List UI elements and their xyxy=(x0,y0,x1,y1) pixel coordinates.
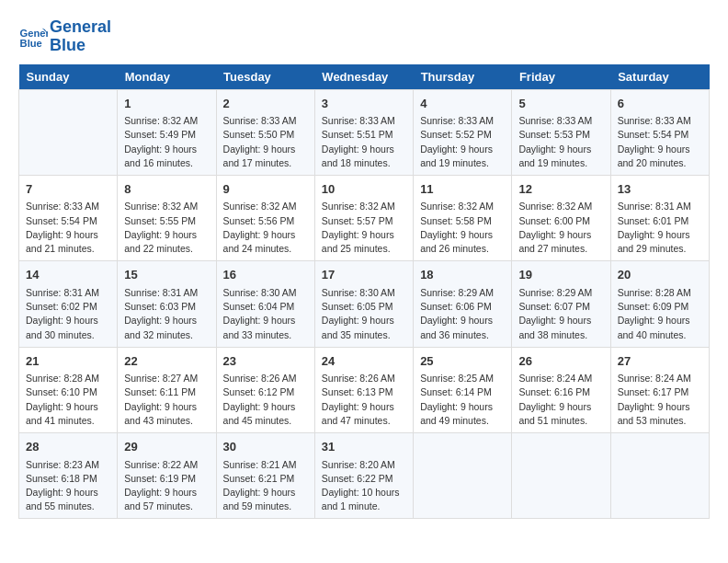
cell-content: Sunrise: 8:29 AM Sunset: 6:07 PM Dayligh… xyxy=(518,286,603,342)
calendar-cell: 4Sunrise: 8:33 AM Sunset: 5:52 PM Daylig… xyxy=(414,89,512,175)
cell-content: Sunrise: 8:29 AM Sunset: 6:06 PM Dayligh… xyxy=(420,286,505,342)
cell-content: Sunrise: 8:33 AM Sunset: 5:54 PM Dayligh… xyxy=(618,114,702,170)
calendar-cell: 18Sunrise: 8:29 AM Sunset: 6:06 PM Dayli… xyxy=(414,261,512,347)
calendar-cell: 24Sunrise: 8:26 AM Sunset: 6:13 PM Dayli… xyxy=(314,347,413,432)
day-number: 10 xyxy=(322,180,406,199)
calendar-cell: 2Sunrise: 8:33 AM Sunset: 5:50 PM Daylig… xyxy=(216,89,314,175)
cell-content: Sunrise: 8:22 AM Sunset: 6:19 PM Dayligh… xyxy=(124,458,209,514)
calendar-cell: 5Sunrise: 8:33 AM Sunset: 5:53 PM Daylig… xyxy=(512,89,610,175)
cell-content: Sunrise: 8:31 AM Sunset: 6:03 PM Dayligh… xyxy=(124,286,209,342)
day-number: 17 xyxy=(322,266,406,284)
cell-content: Sunrise: 8:33 AM Sunset: 5:52 PM Dayligh… xyxy=(420,114,505,170)
cell-content: Sunrise: 8:26 AM Sunset: 6:13 PM Dayligh… xyxy=(322,372,406,428)
calendar-cell: 19Sunrise: 8:29 AM Sunset: 6:07 PM Dayli… xyxy=(512,261,610,347)
cell-content: Sunrise: 8:28 AM Sunset: 6:10 PM Dayligh… xyxy=(26,372,110,428)
day-number: 29 xyxy=(124,438,209,456)
day-number: 21 xyxy=(26,352,110,371)
day-number: 2 xyxy=(223,95,308,113)
calendar-cell xyxy=(610,433,709,519)
header-cell-tuesday: Tuesday xyxy=(216,64,314,90)
day-number: 15 xyxy=(124,266,209,284)
cell-content: Sunrise: 8:30 AM Sunset: 6:04 PM Dayligh… xyxy=(223,286,308,342)
header-cell-monday: Monday xyxy=(118,64,216,90)
calendar-cell: 22Sunrise: 8:27 AM Sunset: 6:11 PM Dayli… xyxy=(118,347,216,432)
cell-content: Sunrise: 8:33 AM Sunset: 5:51 PM Dayligh… xyxy=(322,114,406,170)
calendar-cell: 20Sunrise: 8:28 AM Sunset: 6:09 PM Dayli… xyxy=(610,261,709,347)
cell-content: Sunrise: 8:23 AM Sunset: 6:18 PM Dayligh… xyxy=(26,458,110,514)
calendar-cell: 15Sunrise: 8:31 AM Sunset: 6:03 PM Dayli… xyxy=(118,261,216,347)
day-number: 22 xyxy=(124,352,209,371)
cell-content: Sunrise: 8:20 AM Sunset: 6:22 PM Dayligh… xyxy=(322,458,406,514)
calendar-cell: 29Sunrise: 8:22 AM Sunset: 6:19 PM Dayli… xyxy=(118,433,216,519)
day-number: 20 xyxy=(618,266,702,284)
header-row: SundayMondayTuesdayWednesdayThursdayFrid… xyxy=(19,64,710,90)
calendar-cell: 8Sunrise: 8:32 AM Sunset: 5:55 PM Daylig… xyxy=(118,175,216,260)
cell-content: Sunrise: 8:31 AM Sunset: 6:02 PM Dayligh… xyxy=(26,286,110,342)
day-number: 8 xyxy=(124,180,209,199)
cell-content: Sunrise: 8:30 AM Sunset: 6:05 PM Dayligh… xyxy=(322,286,406,342)
week-row-4: 21Sunrise: 8:28 AM Sunset: 6:10 PM Dayli… xyxy=(19,347,710,432)
calendar-cell xyxy=(414,433,512,519)
cell-content: Sunrise: 8:32 AM Sunset: 6:00 PM Dayligh… xyxy=(518,200,603,256)
cell-content: Sunrise: 8:27 AM Sunset: 6:11 PM Dayligh… xyxy=(124,372,209,428)
calendar-header: SundayMondayTuesdayWednesdayThursdayFrid… xyxy=(19,64,710,90)
calendar-cell: 13Sunrise: 8:31 AM Sunset: 6:01 PM Dayli… xyxy=(610,175,709,260)
header-cell-friday: Friday xyxy=(512,64,610,90)
cell-content: Sunrise: 8:33 AM Sunset: 5:54 PM Dayligh… xyxy=(26,200,110,256)
calendar-cell: 3Sunrise: 8:33 AM Sunset: 5:51 PM Daylig… xyxy=(314,89,413,175)
day-number: 19 xyxy=(518,266,603,284)
cell-content: Sunrise: 8:31 AM Sunset: 6:01 PM Dayligh… xyxy=(618,200,702,256)
calendar-cell: 12Sunrise: 8:32 AM Sunset: 6:00 PM Dayli… xyxy=(512,175,610,260)
calendar-cell: 31Sunrise: 8:20 AM Sunset: 6:22 PM Dayli… xyxy=(314,433,413,519)
calendar-cell: 16Sunrise: 8:30 AM Sunset: 6:04 PM Dayli… xyxy=(216,261,314,347)
cell-content: Sunrise: 8:32 AM Sunset: 5:58 PM Dayligh… xyxy=(420,200,505,256)
day-number: 25 xyxy=(420,352,505,371)
cell-content: Sunrise: 8:24 AM Sunset: 6:16 PM Dayligh… xyxy=(518,372,603,428)
calendar-cell: 23Sunrise: 8:26 AM Sunset: 6:12 PM Dayli… xyxy=(216,347,314,432)
day-number: 7 xyxy=(26,180,110,199)
page-header: General Blue GeneralBlue xyxy=(18,18,710,55)
day-number: 13 xyxy=(618,180,702,199)
day-number: 31 xyxy=(322,438,406,456)
cell-content: Sunrise: 8:25 AM Sunset: 6:14 PM Dayligh… xyxy=(420,372,505,428)
calendar-cell: 28Sunrise: 8:23 AM Sunset: 6:18 PM Dayli… xyxy=(19,433,118,519)
day-number: 6 xyxy=(618,95,702,113)
day-number: 30 xyxy=(223,438,308,456)
cell-content: Sunrise: 8:21 AM Sunset: 6:21 PM Dayligh… xyxy=(223,458,308,514)
cell-content: Sunrise: 8:32 AM Sunset: 5:56 PM Dayligh… xyxy=(223,200,308,256)
calendar-cell: 17Sunrise: 8:30 AM Sunset: 6:05 PM Dayli… xyxy=(314,261,413,347)
day-number: 28 xyxy=(26,438,110,456)
header-cell-thursday: Thursday xyxy=(414,64,512,90)
week-row-3: 14Sunrise: 8:31 AM Sunset: 6:02 PM Dayli… xyxy=(19,261,710,347)
header-cell-sunday: Sunday xyxy=(19,64,118,90)
cell-content: Sunrise: 8:26 AM Sunset: 6:12 PM Dayligh… xyxy=(223,372,308,428)
day-number: 27 xyxy=(618,352,702,371)
calendar-cell xyxy=(512,433,610,519)
calendar-cell: 14Sunrise: 8:31 AM Sunset: 6:02 PM Dayli… xyxy=(19,261,118,347)
calendar-cell: 25Sunrise: 8:25 AM Sunset: 6:14 PM Dayli… xyxy=(414,347,512,432)
calendar-cell: 6Sunrise: 8:33 AM Sunset: 5:54 PM Daylig… xyxy=(610,89,709,175)
day-number: 24 xyxy=(322,352,406,371)
day-number: 4 xyxy=(420,95,505,113)
day-number: 9 xyxy=(223,180,308,199)
week-row-2: 7Sunrise: 8:33 AM Sunset: 5:54 PM Daylig… xyxy=(19,175,710,260)
day-number: 14 xyxy=(26,266,110,284)
cell-content: Sunrise: 8:24 AM Sunset: 6:17 PM Dayligh… xyxy=(618,372,702,428)
header-cell-saturday: Saturday xyxy=(610,64,709,90)
day-number: 18 xyxy=(420,266,505,284)
logo: General Blue GeneralBlue xyxy=(18,18,111,55)
cell-content: Sunrise: 8:28 AM Sunset: 6:09 PM Dayligh… xyxy=(618,286,702,342)
day-number: 1 xyxy=(124,95,209,113)
calendar-cell: 11Sunrise: 8:32 AM Sunset: 5:58 PM Dayli… xyxy=(414,175,512,260)
week-row-5: 28Sunrise: 8:23 AM Sunset: 6:18 PM Dayli… xyxy=(19,433,710,519)
day-number: 3 xyxy=(322,95,406,113)
calendar-cell: 7Sunrise: 8:33 AM Sunset: 5:54 PM Daylig… xyxy=(19,175,118,260)
cell-content: Sunrise: 8:32 AM Sunset: 5:49 PM Dayligh… xyxy=(124,114,209,170)
day-number: 16 xyxy=(223,266,308,284)
calendar-cell: 30Sunrise: 8:21 AM Sunset: 6:21 PM Dayli… xyxy=(216,433,314,519)
cell-content: Sunrise: 8:33 AM Sunset: 5:50 PM Dayligh… xyxy=(223,114,308,170)
day-number: 12 xyxy=(518,180,603,199)
calendar-cell: 21Sunrise: 8:28 AM Sunset: 6:10 PM Dayli… xyxy=(19,347,118,432)
day-number: 26 xyxy=(518,352,603,371)
day-number: 11 xyxy=(420,180,505,199)
